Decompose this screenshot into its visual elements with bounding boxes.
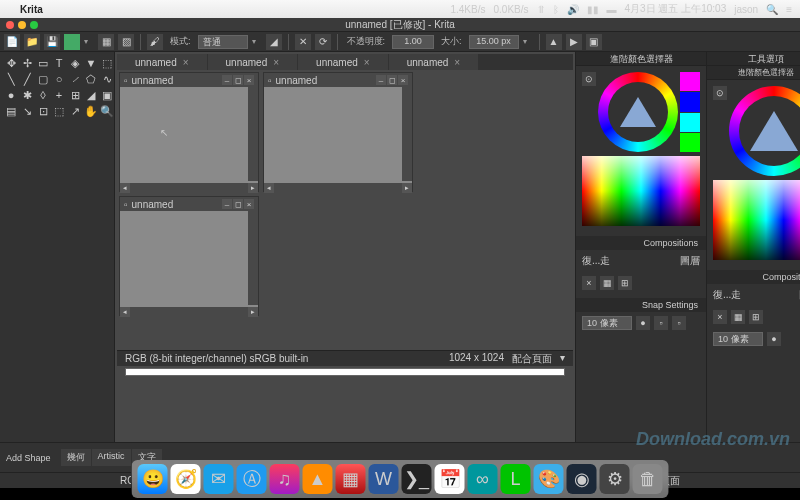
fit-page-select[interactable]: 配合頁面 xyxy=(512,352,552,366)
crop-tool[interactable]: ⬚ xyxy=(100,56,114,70)
shape-tab-artistic[interactable]: Artistic xyxy=(92,449,131,466)
scroll-right-icon[interactable]: ▸ xyxy=(248,183,258,193)
tab[interactable]: unnamed× xyxy=(389,54,479,70)
mirror-h-button[interactable]: ▲ xyxy=(546,34,562,50)
color-wheel[interactable] xyxy=(598,72,678,152)
opacity-input[interactable]: 1.00 xyxy=(392,35,434,49)
text-tool[interactable]: T xyxy=(52,56,66,70)
brush-preview[interactable]: ● xyxy=(636,316,650,330)
dropdown-icon[interactable]: ▾ xyxy=(252,37,262,46)
rect-tool[interactable]: ▢ xyxy=(36,72,50,86)
mirror-v-button[interactable]: ▶ xyxy=(566,34,582,50)
tab[interactable]: unnamed× xyxy=(298,54,388,70)
document-window[interactable]: ▫unnamed–◻× ◂▸ xyxy=(119,196,259,316)
close-icon[interactable]: × xyxy=(713,310,727,324)
close-icon[interactable]: × xyxy=(273,57,279,68)
dropdown-icon[interactable]: ▾ xyxy=(523,37,533,46)
gradient-button[interactable]: ▦ xyxy=(98,34,114,50)
pattern-edit-tool[interactable]: ◈ xyxy=(68,56,82,70)
size-input[interactable]: 15.00 px xyxy=(469,35,519,49)
picker-icon[interactable]: ⊙ xyxy=(713,86,727,100)
close-icon[interactable]: × xyxy=(183,57,189,68)
dock-finder[interactable]: 😀 xyxy=(138,464,168,494)
select-rect-tool[interactable]: ⬚ xyxy=(52,104,66,118)
dock-app[interactable]: ▦ xyxy=(336,464,366,494)
battery-icon[interactable]: ▮▮ xyxy=(587,4,599,15)
select-path-tool[interactable]: ↗ xyxy=(68,104,82,118)
zoom-tool[interactable]: 🔍 xyxy=(100,104,114,118)
maximize-icon[interactable]: ◻ xyxy=(387,75,397,85)
minimize-icon[interactable]: – xyxy=(222,199,232,209)
wifi-icon[interactable]: ⥣ xyxy=(537,4,545,15)
colorpicker-tool[interactable]: ↘ xyxy=(20,104,34,118)
spotlight-icon[interactable]: 🔍 xyxy=(766,4,778,15)
close-icon[interactable]: × xyxy=(244,199,254,209)
dyna-tool[interactable]: ● xyxy=(4,88,18,102)
polyline-tool[interactable]: ⟋ xyxy=(68,72,82,86)
minimize-window-button[interactable] xyxy=(18,21,26,29)
move-tool[interactable]: ✢ xyxy=(20,56,34,70)
close-icon[interactable]: × xyxy=(398,75,408,85)
brush-size-select[interactable]: 10 像素 xyxy=(713,332,763,346)
close-icon[interactable]: × xyxy=(582,276,596,290)
maximize-icon[interactable]: ◻ xyxy=(233,199,243,209)
color-square[interactable] xyxy=(582,156,700,226)
dock-itunes[interactable]: ♫ xyxy=(270,464,300,494)
document-window[interactable]: ▫unnamed–◻× ↖ ◂▸ xyxy=(119,72,259,192)
pan-tool[interactable]: ✋ xyxy=(84,104,98,118)
color-wheel[interactable] xyxy=(729,86,800,176)
close-icon[interactable]: × xyxy=(244,75,254,85)
layer-icon[interactable]: ▦ xyxy=(600,276,614,290)
brush-size-select[interactable]: 10 像素 xyxy=(582,316,632,330)
dock-safari[interactable]: 🧭 xyxy=(171,464,201,494)
fill-tool[interactable]: ▣ xyxy=(100,88,114,102)
close-icon[interactable]: × xyxy=(364,57,370,68)
ellipse-tool[interactable]: ○ xyxy=(52,72,66,86)
save-button[interactable]: 💾 xyxy=(44,34,60,50)
pattern-button[interactable]: ▨ xyxy=(118,34,134,50)
canvas[interactable] xyxy=(264,87,412,183)
perspective-tool[interactable]: ⊞ xyxy=(68,88,82,102)
open-file-button[interactable]: 📁 xyxy=(24,34,40,50)
dock-arduino[interactable]: ∞ xyxy=(468,464,498,494)
scroll-left-icon[interactable]: ◂ xyxy=(120,183,130,193)
maximize-window-button[interactable] xyxy=(30,21,38,29)
freehand-tool[interactable]: ╲ xyxy=(4,72,18,86)
gradient-edit-tool[interactable]: ▼ xyxy=(84,56,98,70)
alpha-lock-button[interactable]: ✕ xyxy=(295,34,311,50)
minimize-icon[interactable]: – xyxy=(222,75,232,85)
multibrush-tool[interactable]: ✱ xyxy=(20,88,34,102)
dock-word[interactable]: W xyxy=(369,464,399,494)
user-name[interactable]: jason xyxy=(734,4,758,15)
hue-bar[interactable] xyxy=(680,72,700,152)
line-tool[interactable]: ╱ xyxy=(20,72,34,86)
document-window[interactable]: ▫unnamed–◻× ◂▸ xyxy=(263,72,413,192)
maximize-icon[interactable]: ◻ xyxy=(233,75,243,85)
date-time[interactable]: 4月3日 週五 上午10:03 xyxy=(625,2,727,16)
dock-terminal[interactable]: ❯_ xyxy=(402,464,432,494)
new-file-button[interactable]: 📄 xyxy=(4,34,20,50)
opt-icon[interactable]: ▫ xyxy=(654,316,668,330)
opt-icon[interactable]: ▫ xyxy=(672,316,686,330)
dock-calendar[interactable]: 📅 xyxy=(435,464,465,494)
shape-tool[interactable]: ▭ xyxy=(36,56,50,70)
dropdown-icon[interactable]: ▾ xyxy=(560,352,565,366)
assistant-tool[interactable]: ▤ xyxy=(4,104,18,118)
volume-icon[interactable]: 🔊 xyxy=(567,4,579,15)
bluetooth-icon[interactable]: ᛒ xyxy=(553,4,559,15)
polygon-tool[interactable]: ⬠ xyxy=(84,72,98,86)
transform-tool[interactable]: ✥ xyxy=(4,56,18,70)
grid-icon[interactable]: ⊞ xyxy=(618,276,632,290)
dock-trash[interactable]: 🗑 xyxy=(633,464,663,494)
app-name[interactable]: Krita xyxy=(20,4,43,15)
ruler-tool[interactable]: + xyxy=(52,88,66,102)
dock-mail[interactable]: ✉ xyxy=(204,464,234,494)
dock-appstore[interactable]: Ⓐ xyxy=(237,464,267,494)
eraser-toggle[interactable]: ◢ xyxy=(266,34,282,50)
workspace-button[interactable]: ▣ xyxy=(586,34,602,50)
picker-icon[interactable]: ⊙ xyxy=(582,72,596,86)
canvas[interactable] xyxy=(120,211,258,307)
tab[interactable]: unnamed× xyxy=(117,54,207,70)
dock-vlc[interactable]: ▲ xyxy=(303,464,333,494)
zoom-slider[interactable] xyxy=(125,368,565,376)
